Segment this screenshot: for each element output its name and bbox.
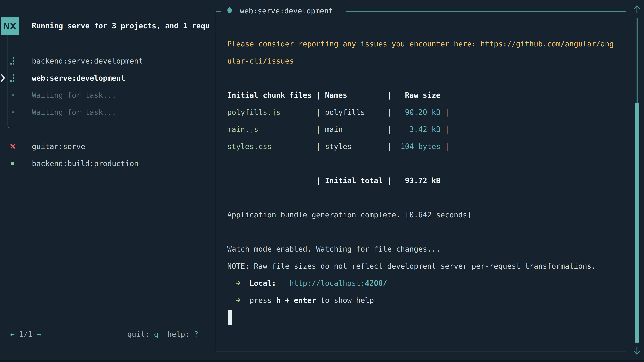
task-row-Waiting-for-task-[interactable]: Waiting for task...: [0, 86, 213, 104]
page-indicator: [15, 330, 19, 338]
task-row-Waiting-for-task-[interactable]: Waiting for task...: [0, 104, 213, 121]
output-text: main: [325, 125, 343, 134]
help-hint-label: help:: [158, 330, 194, 338]
task-label: Waiting for task...: [32, 91, 116, 99]
output-text: Initial chunk files | Names | Raw size: [227, 91, 440, 99]
waiting-dot-icon: [12, 111, 14, 113]
page-next-arrow-icon[interactable]: →: [37, 330, 42, 338]
output-text: Application bundle generation complete. …: [227, 211, 472, 219]
output-line: Please consider reporting any issues you…: [227, 35, 628, 52]
output-text: polyfills.js: [227, 108, 280, 116]
scroll-up-icon[interactable]: [633, 5, 641, 13]
output-text: |: [440, 125, 450, 134]
scrollbar-track[interactable]: [636, 18, 636, 103]
localhost-url[interactable]: http://localhost:: [290, 279, 365, 287]
task-row-web-serve-development[interactable]: web:serve:development: [0, 69, 213, 86]
page-prev-arrow-icon[interactable]: ←: [10, 330, 15, 338]
task-row-backend-serve-development[interactable]: backend:serve:development: [0, 52, 213, 69]
task-label: guitar:serve: [32, 142, 85, 151]
output-text: |: [280, 108, 325, 116]
keyboard-hints: quit: q help: ?: [127, 329, 198, 339]
window-bottom-edge: [0, 360, 644, 362]
run-summary-title: Running serve for 3 projects, and 1 requ: [32, 21, 215, 31]
task-label: backend:build:production: [32, 159, 138, 168]
output-line: styles.css | styles | 104 bytes |: [227, 138, 628, 155]
output-text: Local:: [250, 279, 276, 287]
panel-title: web:serve:development: [240, 6, 333, 16]
panel-border-left: [216, 11, 216, 352]
terminal-cursor: [228, 310, 232, 325]
output-line: press h + enter to show help: [227, 292, 628, 309]
output-text: ular-cli/issues: [227, 57, 294, 65]
panel-border-bottom: [216, 351, 626, 352]
output-line: [227, 69, 628, 87]
scroll-down-icon[interactable]: [633, 347, 641, 355]
output-line: Local: http://localhost:4200/: [227, 275, 628, 292]
output-text: 90.20 kB: [392, 108, 440, 116]
output-text: [276, 279, 289, 287]
waiting-dot-icon: [12, 94, 14, 96]
panel-border-top-stub: [216, 11, 221, 11]
spinner-icon: [10, 74, 15, 82]
help-key[interactable]: ?: [194, 330, 198, 338]
scrollbar-thumb[interactable]: [635, 103, 639, 343]
output-text: |: [440, 142, 450, 151]
spinner-icon: [10, 57, 15, 65]
task-label: backend:serve:development: [32, 57, 143, 65]
output-text: NOTE: Raw file sizes do not reflect deve…: [227, 262, 596, 270]
output-text: Please consider reporting any issues you…: [227, 39, 614, 48]
task-row-guitar-serve[interactable]: guitar:serve: [0, 138, 213, 155]
output-line: | Initial total | 93.72 kB: [227, 172, 628, 189]
selected-task-chevron-icon: [0, 73, 5, 83]
running-status-dot-icon: [228, 7, 232, 13]
task-row-backend-build-production[interactable]: backend:build:production: [0, 155, 213, 172]
output-text: |: [352, 142, 392, 151]
arrow-right-icon: [236, 298, 241, 303]
nx-terminal-ui: NX Running serve for 3 projects, and 1 r…: [0, 0, 644, 362]
output-text: styles: [325, 142, 352, 151]
output-text: | Initial total | 93.72 kB: [227, 176, 440, 185]
output-line: [227, 223, 628, 241]
output-text: styles.css: [227, 142, 272, 151]
output-text: polyfills: [325, 108, 365, 116]
localhost-url[interactable]: 4200: [365, 279, 383, 287]
pagination: ← 1/1 →: [10, 329, 41, 339]
output-line: polyfills.js | polyfills | 90.20 kB |: [227, 104, 628, 121]
output-text: h + enter: [276, 296, 316, 305]
output-line: Watch mode enabled. Watching for file ch…: [227, 241, 628, 258]
task-label: Waiting for task...: [32, 108, 116, 116]
output-text: to show help: [316, 296, 374, 305]
localhost-url[interactable]: /: [383, 279, 387, 287]
panel-border-top-rule: [346, 11, 626, 11]
output-line: ular-cli/issues: [227, 52, 628, 69]
output-line: Initial chunk files | Names | Raw size: [227, 87, 628, 104]
output-line: NOTE: Raw file sizes do not reflect deve…: [227, 258, 628, 275]
output-line: [227, 155, 628, 172]
task-label: web:serve:development: [32, 74, 125, 82]
output-text: |: [272, 142, 325, 151]
failed-cross-icon: [10, 144, 16, 149]
output-text: main.js: [227, 125, 258, 134]
output-text: Watch mode enabled. Watching for file ch…: [227, 245, 440, 253]
output-text: 104 bytes: [392, 142, 440, 151]
output-text: |: [440, 108, 450, 116]
output-text: |: [343, 125, 392, 134]
output-line: main.js | main | 3.42 kB |: [227, 121, 628, 138]
quit-hint-label: quit:: [127, 330, 154, 338]
arrow-right-icon: [236, 281, 241, 286]
terminal-output: Please consider reporting any issues you…: [227, 35, 628, 309]
success-square-icon: [11, 162, 14, 165]
scrollbar-track[interactable]: [637, 18, 638, 103]
output-text: |: [365, 108, 392, 116]
quit-key[interactable]: q: [154, 330, 158, 338]
output-text: press: [250, 296, 276, 305]
output-line: Application bundle generation complete. …: [227, 206, 628, 223]
nx-logo: NX: [1, 17, 19, 35]
output-text: 3.42 kB: [392, 125, 440, 134]
page-indicator-value: 1/1: [19, 330, 32, 338]
output-line: [227, 189, 628, 206]
output-text: |: [258, 125, 325, 134]
